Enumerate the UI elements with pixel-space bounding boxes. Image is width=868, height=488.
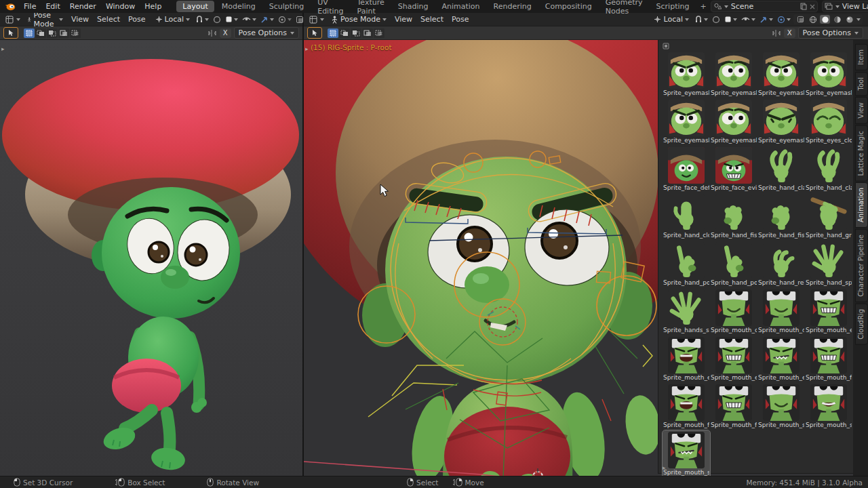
menu-file[interactable]: File	[19, 1, 41, 12]
unlink-scene-icon[interactable]	[810, 4, 815, 9]
mirror-x-toggle-left[interactable]: X	[220, 28, 231, 38]
pose-asset-item[interactable]: Sprite_mouth_co...	[710, 288, 757, 336]
workspace-tab-rendering[interactable]: Rendering	[488, 1, 538, 12]
pose-asset-item[interactable]: Sprite_hand_fist2	[757, 193, 805, 241]
mirror-x-toggle-right[interactable]: X	[784, 28, 795, 38]
new-scene-icon[interactable]	[800, 3, 807, 10]
pose-asset-item[interactable]: Sprite_eyemask_...	[710, 98, 757, 146]
pose-asset-item[interactable]: Sprite_hand_fist	[710, 193, 757, 241]
sidebar-tab-tool[interactable]: Tool	[855, 72, 868, 96]
pose-asset-item[interactable]: Sprite_mouth_sm...	[805, 383, 852, 430]
pose-asset-item[interactable]: Sprite_hand_poin...	[710, 241, 757, 288]
sidebar-tab-item[interactable]: Item	[855, 44, 868, 70]
viewport-menu-select[interactable]: Select	[93, 14, 124, 24]
pose-asset-item[interactable]: Sprite_hand_grab	[805, 193, 852, 241]
pose-asset-item[interactable]: Sprite_hand_point	[663, 241, 710, 288]
workspace-tab-animation[interactable]: Animation	[435, 1, 486, 12]
pose-asset-item[interactable]: Sprite_mouth_evi...	[805, 288, 852, 336]
menu-help[interactable]: Help	[140, 1, 166, 12]
workspace-tab-compositing[interactable]: Compositing	[539, 1, 598, 12]
viewport-right-canvas[interactable]: ▸ (15) RIG-Sprite : P-root	[304, 40, 868, 476]
select-mode-intersect[interactable]	[70, 28, 81, 38]
visibility-dropdown-right[interactable]	[740, 15, 757, 24]
select-mode-set[interactable]	[24, 28, 35, 38]
pose-asset-item[interactable]: Sprite_hand_claw	[757, 146, 805, 193]
editor-type-dropdown[interactable]	[3, 15, 23, 24]
pose-asset-item[interactable]: Sprite_mouth_evi...	[757, 336, 805, 383]
proportional-editing-button-right[interactable]	[711, 15, 722, 24]
pose-asset-item[interactable]: Sprite_hand_relax	[757, 241, 805, 288]
select-mode-extend[interactable]	[35, 28, 46, 38]
pose-asset-item[interactable]: Sprite_hands_spr...	[663, 288, 710, 336]
pose-asset-item[interactable]: Sprite_hand_spre...	[805, 241, 852, 288]
pose-options-dropdown-right[interactable]: Pose Options	[798, 27, 863, 39]
menu-edit[interactable]: Edit	[41, 1, 64, 12]
select-mode-intersect[interactable]	[374, 28, 384, 38]
pose-asset-item[interactable]: Sprite_mouth_evi...	[663, 336, 710, 383]
select-mode-invert[interactable]	[58, 28, 69, 38]
active-tool-button-left[interactable]	[3, 27, 18, 39]
falloff-dropdown-right[interactable]	[723, 15, 738, 24]
select-mode-subtract[interactable]	[351, 28, 361, 38]
select-mode-subtract[interactable]	[47, 28, 58, 38]
pose-asset-item[interactable]: Sprite_face_defaul	[663, 146, 710, 193]
sidebar-tab-lattice-magic[interactable]: Lattice Magic	[855, 125, 868, 182]
pose-asset-item[interactable]: Sprite_eyes_close	[805, 98, 852, 146]
sidebar-tab-cloudrig[interactable]: CloudRig	[855, 304, 868, 345]
pose-asset-item[interactable]: Sprite_eyemask_...	[663, 98, 710, 146]
pose-asset-item[interactable]: Sprite_mouth_fro...	[663, 383, 710, 430]
pose-asset-item[interactable]: Sprite_hand_clos...	[663, 193, 710, 241]
xray-toggle-right[interactable]	[795, 15, 806, 24]
pose-asset-label: Sprite_eyemask_...	[711, 137, 757, 144]
pose-options-dropdown-left[interactable]: Pose Options	[234, 27, 299, 39]
status-hint-select: Select	[407, 478, 438, 487]
shading-material-button[interactable]	[832, 15, 842, 24]
viewport-menu-pose[interactable]: Pose	[124, 14, 149, 24]
workspace-tab-layout[interactable]: Layout	[176, 1, 214, 12]
panel-expand-arrow[interactable]: ▸	[663, 464, 666, 471]
workspace-tab-shading[interactable]: Shading	[392, 1, 435, 12]
sidebar-tab-character-pipeline[interactable]: Character Pipeline	[855, 229, 868, 302]
shading-rendered-button[interactable]	[844, 15, 854, 24]
pose-asset-item[interactable]: Sprite_mouth_sm...	[757, 383, 805, 430]
pose-asset-item[interactable]: Sprite_eyemask_...	[805, 51, 852, 98]
pose-asset-item[interactable]: Sprite_eyemask_...	[757, 98, 805, 146]
panel-options-icon[interactable]	[663, 43, 669, 49]
pose-asset-item[interactable]: Sprite_mouth_fro...	[805, 336, 852, 383]
add-workspace-button[interactable]: +	[696, 2, 710, 11]
toolbar-expand-arrow-right[interactable]: ▸	[305, 45, 309, 52]
select-mode-extend[interactable]	[339, 28, 350, 38]
workspace-tab-uv-editing[interactable]: UV Editing	[311, 0, 349, 17]
workspace-tab-modeling[interactable]: Modeling	[216, 1, 262, 12]
pose-asset-item[interactable]: Sprite_mouth_fro...	[710, 383, 757, 430]
pose-asset-item[interactable]: Sprite_mouth_def...	[757, 288, 805, 336]
blender-logo-icon[interactable]	[4, 1, 16, 12]
pose-asset-item[interactable]: Sprite_eyemask_...	[710, 51, 757, 98]
view-layer-selector[interactable]: View Layer	[822, 1, 868, 12]
pose-asset-item[interactable]: Sprite_mouth_sm...	[663, 430, 710, 476]
pose-asset-item[interactable]: Sprite_hand_claw2	[805, 146, 852, 193]
workspace-tab-scripting[interactable]: Scripting	[650, 1, 696, 12]
viewport-menu-view[interactable]: View	[67, 14, 93, 24]
pose-asset-item[interactable]: Sprite_face_evil	[710, 146, 757, 193]
viewport-left-canvas[interactable]: ▸	[0, 40, 302, 476]
shading-wireframe-button[interactable]	[808, 15, 818, 24]
menu-render[interactable]: Render	[65, 1, 101, 12]
toolbar-expand-arrow-left[interactable]: ▸	[1, 45, 5, 52]
select-mode-invert[interactable]	[362, 28, 373, 38]
pose-asset-item[interactable]: Sprite_mouth_ev...	[710, 336, 757, 383]
workspace-tab-texture-paint[interactable]: Texture Paint	[351, 0, 391, 17]
workspace-tab-geometry-nodes[interactable]: Geometry Nodes	[599, 0, 649, 17]
sidebar-tab-animation[interactable]: Animation	[855, 182, 868, 228]
select-mode-set[interactable]	[328, 28, 338, 38]
shading-solid-button[interactable]	[820, 15, 830, 24]
pose-asset-item[interactable]: Sprite_eyemask_...	[663, 51, 710, 98]
workspace-tab-sculpting[interactable]: Sculpting	[263, 1, 310, 12]
menu-window[interactable]: Window	[101, 1, 140, 12]
pose-asset-item[interactable]: Sprite_eyemask_...	[757, 51, 805, 98]
sidebar-tab-view[interactable]: View	[855, 97, 868, 124]
active-tool-button-right[interactable]	[307, 27, 322, 39]
gizmos-dropdown-right[interactable]	[758, 15, 774, 24]
scene-selector[interactable]: Scene	[711, 1, 818, 12]
overlays-dropdown-right[interactable]	[776, 15, 792, 24]
